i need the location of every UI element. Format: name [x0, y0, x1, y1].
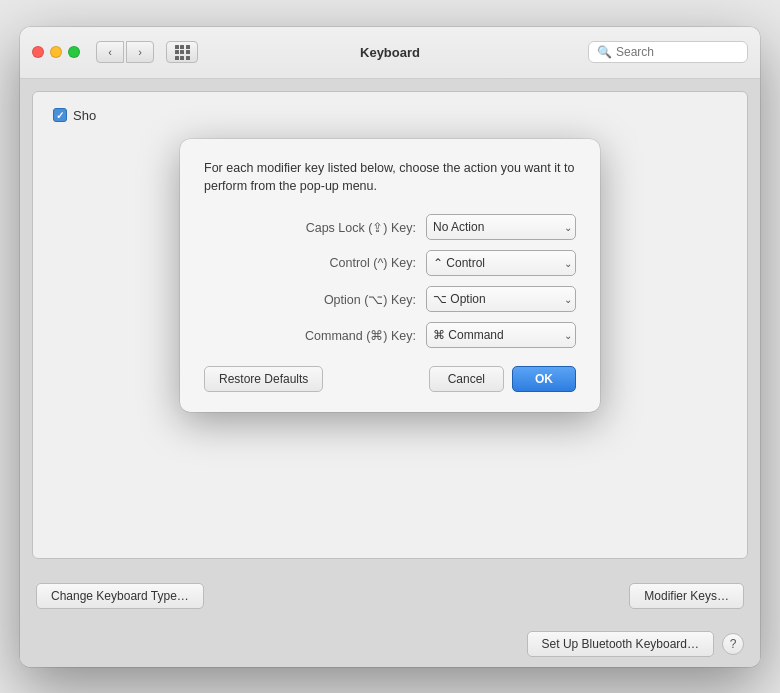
title-bar: ‹ › Keyboard 🔍 — [20, 27, 760, 79]
main-window: ‹ › Keyboard 🔍 Sho Change Keyboard Type… — [20, 27, 760, 667]
main-content: Sho Change Keyboard Type… Modifier Keys…… — [20, 79, 760, 667]
option-row: Option (⌥) Key: No Action ⌃ Control ⌥ Op… — [204, 286, 576, 312]
modal-buttons: Restore Defaults Cancel OK — [204, 366, 576, 392]
caps-lock-row: Caps Lock (⇪) Key: No Action ⌃ Control ⌥… — [204, 214, 576, 240]
control-select[interactable]: No Action ⌃ Control ⌥ Option ⌘ Command ⇪… — [426, 250, 576, 276]
minimize-button[interactable] — [50, 46, 62, 58]
modal-overlay: For each modifier key listed below, choo… — [20, 79, 760, 667]
control-label: Control (^) Key: — [204, 256, 426, 270]
modal-dialog: For each modifier key listed below, choo… — [180, 139, 600, 413]
modal-btn-group: Cancel OK — [429, 366, 576, 392]
window-title: Keyboard — [360, 45, 420, 60]
search-bar[interactable]: 🔍 — [588, 41, 748, 63]
search-icon: 🔍 — [597, 45, 612, 59]
close-button[interactable] — [32, 46, 44, 58]
forward-button[interactable]: › — [126, 41, 154, 63]
grid-icon — [175, 45, 190, 60]
back-button[interactable]: ‹ — [96, 41, 124, 63]
caps-lock-select[interactable]: No Action ⌃ Control ⌥ Option ⌘ Command ⇪… — [426, 214, 576, 240]
command-row: Command (⌘) Key: No Action ⌃ Control ⌥ O… — [204, 322, 576, 348]
command-select[interactable]: No Action ⌃ Control ⌥ Option ⌘ Command ⇪… — [426, 322, 576, 348]
modal-description: For each modifier key listed below, choo… — [204, 159, 576, 197]
maximize-button[interactable] — [68, 46, 80, 58]
option-select-wrapper: No Action ⌃ Control ⌥ Option ⌘ Command ⇪… — [426, 286, 576, 312]
option-label: Option (⌥) Key: — [204, 292, 426, 307]
caps-lock-select-wrapper: No Action ⌃ Control ⌥ Option ⌘ Command ⇪… — [426, 214, 576, 240]
command-label: Command (⌘) Key: — [204, 328, 426, 343]
search-input[interactable] — [616, 45, 739, 59]
caps-lock-label: Caps Lock (⇪) Key: — [204, 220, 426, 235]
control-row: Control (^) Key: No Action ⌃ Control ⌥ O… — [204, 250, 576, 276]
cancel-button[interactable]: Cancel — [429, 366, 504, 392]
traffic-lights — [32, 46, 80, 58]
restore-defaults-button[interactable]: Restore Defaults — [204, 366, 323, 392]
ok-button[interactable]: OK — [512, 366, 576, 392]
control-select-wrapper: No Action ⌃ Control ⌥ Option ⌘ Command ⇪… — [426, 250, 576, 276]
option-select[interactable]: No Action ⌃ Control ⌥ Option ⌘ Command ⇪… — [426, 286, 576, 312]
command-select-wrapper: No Action ⌃ Control ⌥ Option ⌘ Command ⇪… — [426, 322, 576, 348]
grid-view-button[interactable] — [166, 41, 198, 63]
nav-buttons: ‹ › — [96, 41, 154, 63]
